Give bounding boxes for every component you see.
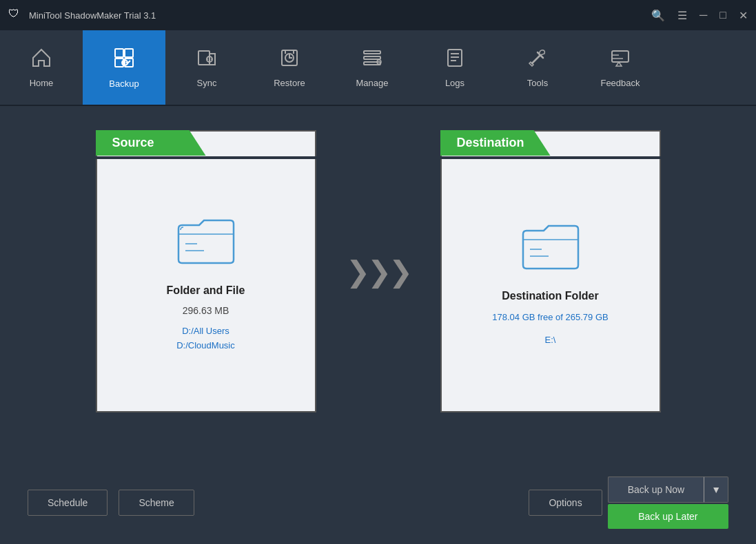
nav-restore-label: Restore — [274, 78, 305, 88]
backup-now-row: Back up Now ▼ — [608, 477, 728, 503]
source-top-deco — [96, 156, 316, 159]
bottom-left-buttons: Schedule Scheme — [28, 490, 194, 516]
backup-icon — [112, 46, 136, 73]
backup-now-dropdown[interactable]: ▼ — [704, 477, 728, 503]
nav-restore[interactable]: Restore — [248, 30, 331, 105]
minimize-icon[interactable]: ─ — [699, 9, 707, 21]
backup-later-button[interactable]: Back up Later — [608, 504, 728, 529]
nav-sync-label: Sync — [197, 78, 217, 88]
arrow-area: ❯❯❯ — [337, 255, 420, 289]
maximize-icon[interactable]: □ — [719, 9, 726, 21]
title-bar: 🛡 MiniTool ShadowMaker Trial 3.1 🔍 ☰ ─ □… — [0, 0, 756, 30]
nav-manage-label: Manage — [356, 78, 389, 88]
destination-card[interactable]: Destination Destination Folder 178.04 GB… — [440, 130, 661, 412]
destination-drive: E:\ — [545, 333, 556, 348]
svg-rect-1 — [125, 49, 133, 57]
nav-home[interactable]: Home — [0, 30, 83, 105]
nav-manage[interactable]: Manage — [331, 30, 413, 105]
svg-rect-8 — [364, 51, 380, 54]
nav-bar: Home Backup Sync — [0, 30, 756, 106]
destination-card-inner: Destination Folder 178.04 GB free of 265… — [443, 158, 658, 410]
nav-tools[interactable]: Tools — [496, 30, 579, 105]
destination-folder-icon — [520, 220, 582, 275]
source-label: Source — [96, 130, 206, 156]
backup-now-button[interactable]: Back up Now — [608, 477, 704, 503]
search-icon[interactable]: 🔍 — [651, 9, 665, 22]
nav-backup[interactable]: Backup — [83, 30, 165, 105]
app-logo: 🛡 — [8, 8, 23, 23]
nav-feedback-label: Feedback — [600, 78, 640, 88]
source-title: Folder and File — [167, 284, 245, 297]
nav-logs[interactable]: Logs — [413, 30, 496, 105]
close-icon[interactable]: ✕ — [739, 9, 748, 22]
nav-feedback[interactable]: Feedback — [579, 30, 662, 105]
source-folder-icon — [175, 215, 237, 269]
schedule-button[interactable]: Schedule — [28, 490, 108, 516]
source-paths: D:/All Users D:/CloudMusic — [176, 324, 235, 353]
sync-icon — [196, 47, 218, 72]
title-bar-left: 🛡 MiniTool ShadowMaker Trial 3.1 — [8, 8, 156, 23]
source-card[interactable]: Source Folder and File 296.63 MB D:/All … — [96, 130, 316, 412]
backup-now-group: Back up Now ▼ Back up Later — [608, 477, 728, 529]
bottom-right-buttons: Options Back up Now ▼ Back up Later — [529, 477, 728, 529]
nav-logs-label: Logs — [445, 78, 464, 88]
bottom-bar: Schedule Scheme Options Back up Now ▼ Ba… — [0, 461, 756, 544]
destination-label: Destination — [440, 130, 551, 156]
main-content: Source Folder and File 296.63 MB D:/All … — [0, 106, 756, 437]
svg-rect-16 — [612, 51, 629, 62]
source-card-inner: Folder and File 296.63 MB D:/All Users D… — [99, 158, 314, 410]
destination-top-deco — [440, 156, 661, 159]
destination-free-space: 178.04 GB free of 265.79 GB — [492, 311, 608, 325]
svg-rect-0 — [115, 49, 123, 57]
nav-backup-label: Backup — [109, 79, 139, 89]
tools-icon — [527, 47, 549, 72]
app-title: MiniTool ShadowMaker Trial 3.1 — [29, 10, 156, 21]
options-button[interactable]: Options — [529, 490, 602, 516]
nav-sync[interactable]: Sync — [165, 30, 248, 105]
nav-tools-label: Tools — [527, 78, 548, 88]
svg-rect-9 — [364, 56, 380, 59]
arrow-icon: ❯❯❯ — [346, 255, 410, 289]
restore-icon — [278, 47, 300, 72]
scheme-button[interactable]: Scheme — [119, 490, 194, 516]
menu-icon[interactable]: ☰ — [677, 9, 687, 22]
nav-home-label: Home — [30, 78, 54, 88]
logs-icon — [444, 47, 466, 72]
window-controls: 🔍 ☰ ─ □ ✕ — [651, 9, 748, 22]
manage-icon — [361, 47, 383, 72]
source-size: 296.63 MB — [183, 305, 229, 316]
feedback-icon — [609, 47, 631, 72]
destination-title: Destination Folder — [502, 290, 598, 302]
home-icon — [30, 47, 52, 72]
